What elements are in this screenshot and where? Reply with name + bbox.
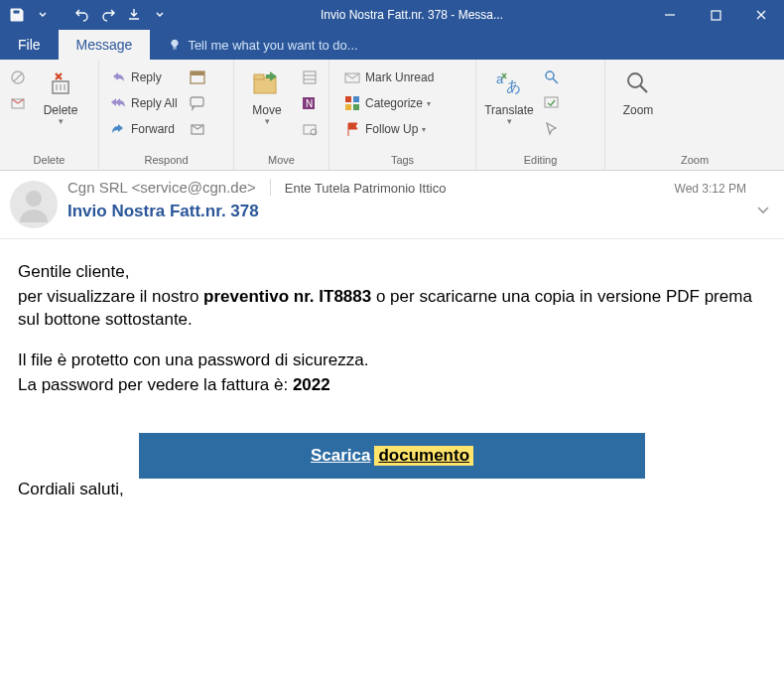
meeting-icon[interactable] xyxy=(186,66,209,89)
ribbon-group-editing: aあ Translate ▾ Editing xyxy=(476,60,605,170)
ribbon-group-move: Move ▾ N Move xyxy=(234,60,329,170)
ribbon: Delete ▾ Delete Reply Reply All Forward xyxy=(0,60,784,171)
categorize-button[interactable]: Categorize▾ xyxy=(337,91,440,115)
delete-icon xyxy=(45,68,76,99)
reply-all-icon xyxy=(109,94,127,112)
window-title: Invio Nostra Fatt.nr. 378 - Messa... xyxy=(177,8,647,22)
forward-icon xyxy=(109,120,127,138)
zoom-button[interactable]: Zoom xyxy=(609,64,667,119)
avatar xyxy=(10,181,58,228)
maximize-button[interactable] xyxy=(693,0,738,30)
download-button[interactable]: Scarica documento xyxy=(139,433,645,479)
touch-mode-icon[interactable] xyxy=(123,4,145,26)
translate-icon: aあ xyxy=(493,68,525,99)
categorize-icon xyxy=(343,94,361,112)
svg-point-27 xyxy=(546,71,554,79)
find-icon[interactable] xyxy=(540,66,564,89)
forward-button[interactable]: Forward xyxy=(103,117,184,141)
im-icon[interactable] xyxy=(186,91,209,115)
greeting-text: Gentile cliente, xyxy=(18,261,766,284)
ribbon-tabs: File Message Tell me what you want to do… xyxy=(0,30,784,60)
qat-dropdown-icon[interactable] xyxy=(32,4,54,26)
subject-field: Invio Nostra Fatt.nr. 378 xyxy=(67,202,746,221)
save-icon[interactable] xyxy=(6,4,28,26)
group-label-tags: Tags xyxy=(329,152,475,170)
svg-text:N: N xyxy=(306,98,313,109)
password-value: 2022 xyxy=(293,375,330,394)
download-label-2: documento xyxy=(374,446,473,466)
rules-icon[interactable] xyxy=(298,66,322,89)
expand-header-button[interactable] xyxy=(756,203,770,216)
svg-rect-24 xyxy=(353,104,359,110)
svg-rect-10 xyxy=(191,71,204,75)
group-label-editing: Editing xyxy=(476,152,604,170)
group-label-respond: Respond xyxy=(99,152,233,170)
envelope-icon xyxy=(343,69,361,86)
tell-me-search[interactable]: Tell me what you want to do... xyxy=(150,30,375,60)
tell-me-label: Tell me what you want to do... xyxy=(188,38,357,53)
tab-file[interactable]: File xyxy=(0,30,59,60)
chevron-down-icon: ▾ xyxy=(422,125,426,134)
more-respond-icon[interactable] xyxy=(186,117,209,141)
svg-text:あ: あ xyxy=(506,77,521,94)
categorize-label: Categorize xyxy=(365,96,423,110)
chevron-down-icon: ▾ xyxy=(507,117,512,125)
translate-button[interactable]: aあ Translate ▾ xyxy=(480,64,538,127)
ignore-icon[interactable] xyxy=(6,66,30,89)
svg-line-28 xyxy=(553,78,558,83)
svg-line-31 xyxy=(640,85,647,92)
mark-unread-label: Mark Unread xyxy=(365,70,434,84)
tab-message[interactable]: Message xyxy=(59,30,151,60)
follow-up-label: Follow Up xyxy=(365,122,418,136)
delete-label: Delete xyxy=(44,103,78,117)
message-header: Cgn SRL <service@cgn.de> Ente Tutela Pat… xyxy=(0,171,784,239)
mark-unread-button[interactable]: Mark Unread xyxy=(337,66,440,89)
password-notice: Il file è protetto con una password di s… xyxy=(18,350,766,372)
svg-rect-23 xyxy=(345,104,351,110)
move-icon xyxy=(251,68,283,99)
ribbon-group-tags: Mark Unread Categorize▾ Follow Up▾ Tags xyxy=(329,60,476,170)
ribbon-group-zoom: Zoom Zoom xyxy=(605,60,784,170)
body-line1: per visualizzare il nostro preventivo nr… xyxy=(18,286,766,332)
download-label-1: Scarica xyxy=(311,446,371,466)
flag-icon xyxy=(343,120,361,138)
related-icon[interactable] xyxy=(540,91,564,115)
svg-rect-14 xyxy=(254,74,264,79)
translate-label: Translate xyxy=(484,103,534,117)
reply-all-button[interactable]: Reply All xyxy=(103,91,184,115)
svg-rect-1 xyxy=(712,11,720,20)
move-button[interactable]: Move ▾ xyxy=(238,64,296,127)
close-button[interactable] xyxy=(738,0,784,30)
from-field: Cgn SRL <service@cgn.de> xyxy=(67,179,271,196)
select-icon[interactable] xyxy=(540,117,564,141)
qat-more-icon[interactable] xyxy=(149,4,171,26)
delete-button[interactable]: Delete ▾ xyxy=(32,64,89,127)
zoom-icon xyxy=(622,68,654,99)
svg-line-3 xyxy=(14,73,22,81)
undo-icon[interactable] xyxy=(71,4,93,26)
reply-all-label: Reply All xyxy=(131,96,178,110)
reply-label: Reply xyxy=(131,70,162,84)
quote-number: preventivo nr. IT8883 xyxy=(203,287,371,306)
forward-label: Forward xyxy=(131,122,175,136)
chevron-down-icon: ▾ xyxy=(427,99,431,108)
junk-icon[interactable] xyxy=(6,91,30,115)
redo-icon[interactable] xyxy=(97,4,119,26)
minimize-button[interactable] xyxy=(647,0,693,30)
svg-rect-11 xyxy=(191,97,203,106)
move-label: Move xyxy=(252,103,281,117)
password-line: La password per vedere la fattura è: 202… xyxy=(18,374,766,397)
actions-icon[interactable] xyxy=(298,117,322,141)
svg-rect-21 xyxy=(345,96,351,102)
ribbon-group-respond: Reply Reply All Forward Respond xyxy=(99,60,234,170)
svg-point-30 xyxy=(628,73,642,87)
title-bar: Invio Nostra Fatt.nr. 378 - Messa... xyxy=(0,0,784,30)
quick-access-toolbar xyxy=(0,4,177,26)
lightbulb-icon xyxy=(168,38,182,52)
reply-button[interactable]: Reply xyxy=(103,66,184,89)
follow-up-button[interactable]: Follow Up▾ xyxy=(337,117,440,141)
closing-text: Cordiali saluti, xyxy=(18,479,766,501)
window-controls xyxy=(647,0,784,30)
ribbon-group-delete: Delete ▾ Delete xyxy=(0,60,99,170)
onenote-icon[interactable]: N xyxy=(298,91,322,115)
